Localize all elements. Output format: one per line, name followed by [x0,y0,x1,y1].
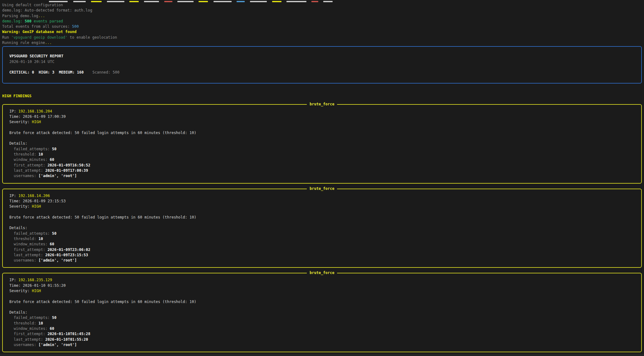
detail-key: first_attempt: [14,332,47,336]
detail-value: 10 [38,237,43,241]
severity-counts: CRITICAL: 0 HIGH: 3 MEDIUM: 160 [9,70,84,75]
report-stats-row: CRITICAL: 0 HIGH: 3 MEDIUM: 160Scanned: … [9,70,637,75]
finding-time-row: Time: 2026-01-09 23:15:53 [9,199,635,204]
finding-ip-row: IP: 192.168.14.206 [9,193,635,199]
finding-rule-title: brute_force [307,186,337,191]
finding-panel: brute_force IP: 192.168.14.206 Time: 202… [2,189,642,268]
detail-key: last_attempt: [14,337,45,342]
detail-value: 2026-01-09T23:15:53 [45,253,88,257]
detail-value: 2026-01-09T23:06:02 [47,248,90,252]
log-text: events parsed [31,19,63,23]
detail-key: threshold: [14,237,38,241]
detail-row: first_attempt: 2026-01-09T23:06:02 [9,247,635,253]
finding-severity-row: Severity: HIGH [9,119,635,125]
finding-panel: brute_force IP: 192.168.136.204 Time: 20… [2,104,642,184]
detail-value: 10 [38,152,43,156]
severity-value: HIGH [32,120,41,124]
scanned-count: Scanned: 500 [92,70,119,75]
finding-time-row: Time: 2026-01-09 17:00:39 [9,114,635,119]
detail-value: 50 [52,231,56,236]
detail-row: first_attempt: 2026-01-09T16:50:52 [9,163,635,168]
terminal-screen: Using default configuration demo.log: Au… [0,0,644,356]
detail-row: window_minutes: 60 [9,157,635,162]
log-line: demo.log: Auto-detected format: auth.log [2,8,642,13]
detail-key: failed_attempts: [14,147,52,151]
parsed-count: 500 [25,19,31,23]
ip-label: IP: [9,109,18,113]
detail-key: last_attempt: [14,168,45,173]
spacer [9,125,635,130]
detail-key: failed_attempts: [14,315,52,320]
spacer [9,65,637,70]
log-text: Using default configuration [2,3,63,7]
ellipsis: ... [38,14,45,18]
detail-value: 10 [38,321,43,325]
inline-code: 'vpsguard geoip download' [11,35,68,40]
terminal-bottom-edge [0,354,644,356]
time-label: Time: [9,283,23,288]
finding-rule-title: brute_force [307,270,337,276]
finding-ip-row: IP: 192.168.136.204 [9,109,635,114]
detail-row: window_minutes: 60 [9,326,635,331]
log-text: Total events from all sources: [2,24,72,29]
startup-log: Using default configuration demo.log: Au… [2,2,642,46]
severity-value: HIGH [32,289,41,293]
detail-key: usernames: [14,343,38,347]
severity-label: Severity: [9,289,32,293]
time-label: Time: [9,199,23,203]
detail-row: failed_attempts: 50 [9,315,635,320]
total-count: 500 [72,24,79,29]
finding-message: Brute force attack detected: 50 failed l… [9,299,635,305]
detail-row: last_attempt: 2026-01-10T01:55:20 [9,337,635,342]
detail-row: first_attempt: 2026-01-10T01:45:28 [9,331,635,337]
security-report-panel: VPSGUARD SECURITY REPORT 2026-01-10 20:1… [2,46,642,84]
severity-label: Severity: [9,120,32,124]
time-value: 2026-01-09 17:00:39 [23,114,65,119]
log-text: Parsing demo.log [2,14,38,18]
log-text: demo.log: Auto-detected format: auth.log [2,8,92,12]
details-label: Details: [9,225,635,231]
details-label: Details: [9,310,635,315]
ip-value: 192.168.136.204 [18,109,52,113]
detail-key: threshold: [14,152,38,156]
detail-row: failed_attempts: 50 [9,147,635,152]
detail-key: first_attempt: [14,248,47,252]
detail-value: 2026-01-10T01:55:20 [45,337,88,342]
finding-panel: brute_force IP: 192.168.235.129 Time: 20… [2,273,642,352]
log-line-run-hint: Run 'vpsguard geoip download' to enable … [2,35,642,40]
ip-label: IP: [9,278,18,282]
spacer [9,305,635,310]
spacer [9,136,635,141]
finding-message: Brute force attack detected: 50 failed l… [9,130,635,136]
detail-row: threshold: 10 [9,236,635,242]
detail-value: ['admin', 'root'] [38,174,77,178]
warning-text: Warning: GeoIP database not found [2,30,76,34]
finding-message: Brute force attack detected: 50 failed l… [9,215,635,220]
detail-row: usernames: ['admin', 'root'] [9,258,635,263]
ip-value: 192.168.235.129 [18,278,52,282]
detail-value: 50 [52,147,56,151]
spacer [9,220,635,225]
log-text: Running rule engine [2,41,45,45]
detail-key: usernames: [14,174,38,178]
detail-row: window_minutes: 60 [9,242,635,247]
detail-value: ['admin', 'root'] [38,258,77,262]
detail-value: 2026-01-09T16:50:52 [47,163,90,167]
log-text: Run [2,35,11,40]
detail-row: last_attempt: 2026-01-09T17:00:39 [9,168,635,173]
log-text: demo.log: [2,19,25,23]
log-line: Parsing demo.log... [2,13,642,19]
detail-key: failed_attempts: [14,231,52,236]
time-value: 2026-01-09 23:15:53 [23,199,65,203]
detail-value: 60 [50,326,54,331]
severity-value: HIGH [32,204,41,209]
detail-row: usernames: ['admin', 'root'] [9,173,635,179]
finding-rule-title: brute_force [307,102,337,107]
report-title: VPSGUARD SECURITY REPORT [9,54,637,59]
log-text: to enable geolocation [68,35,117,40]
detail-key: first_attempt: [14,163,47,167]
detail-value: 50 [52,315,56,320]
detail-value: 2026-01-10T01:45:28 [47,332,90,336]
detail-key: window_minutes: [14,326,50,331]
clipped-command-line [2,0,642,2]
